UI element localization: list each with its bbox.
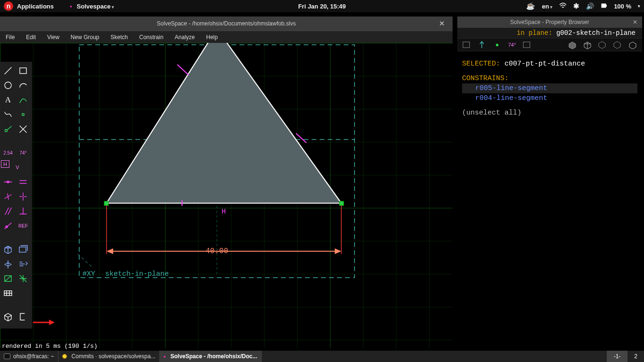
coffee-icon[interactable]: ☕: [526, 2, 535, 10]
wifi-icon[interactable]: [559, 2, 567, 10]
tool-arc[interactable]: [16, 78, 30, 92]
main-titlebar[interactable]: SolveSpace - /home/ohsix/Documents/ohmsl…: [0, 16, 453, 31]
clock[interactable]: Fri Jan 20, 15:49: [298, 3, 346, 10]
activities-icon[interactable]: n: [4, 1, 13, 11]
ptool-x2[interactable]: [612, 40, 623, 50]
menu-help[interactable]: Help: [206, 34, 218, 41]
view-center[interactable]: [16, 257, 30, 271]
prop-titlebar[interactable]: SolveSpace - Property Browser ✕: [457, 16, 642, 28]
battery-icon[interactable]: [601, 2, 607, 10]
volume-icon[interactable]: 🔊: [586, 2, 594, 10]
constr-coincident[interactable]: [1, 175, 15, 189]
constr-horizontal[interactable]: H: [1, 160, 9, 168]
tool-construction[interactable]: [1, 122, 15, 136]
svg-rect-63: [523, 42, 530, 48]
annotation-arrow: [32, 318, 55, 327]
menu-view[interactable]: View: [47, 34, 59, 41]
prop-plane-row: in plane: g002-sketch-in-plane: [457, 28, 642, 38]
active-app-menu[interactable]: Solvespace: [77, 3, 114, 10]
constr-parallel[interactable]: [1, 204, 15, 218]
constr-angle[interactable]: 74°: [16, 146, 30, 160]
task-solvespace[interactable]: ● SolveSpace - /home/ohsix/Doc...: [160, 351, 262, 362]
svg-line-68: [613, 41, 621, 49]
close-icon[interactable]: ✕: [439, 19, 445, 28]
tool-point[interactable]: [16, 107, 30, 122]
view-isometric[interactable]: [1, 242, 15, 256]
plane-name: sketch-in-plane: [105, 270, 169, 278]
prop-title-text: SolveSpace - Property Browser: [510, 19, 589, 25]
tool-lathe[interactable]: [16, 310, 30, 324]
tool-rect[interactable]: [16, 64, 30, 78]
in-plane-value: g002-sketch-in-plane: [556, 29, 636, 37]
menu-sketch[interactable]: Sketch: [111, 34, 128, 41]
applications-menu[interactable]: Applications: [17, 3, 54, 10]
svg-line-26: [8, 126, 11, 130]
ptool-1[interactable]: [461, 40, 472, 50]
main-title: SolveSpace - /home/ohsix/Documents/ohmsl…: [157, 20, 296, 27]
view-grid[interactable]: [1, 286, 15, 300]
view-workplane[interactable]: [16, 242, 30, 256]
view-ortho-y[interactable]: [16, 272, 30, 286]
constr-symmetric[interactable]: [16, 189, 30, 204]
constr-distance[interactable]: 2.54: [1, 146, 15, 160]
workspace-2[interactable]: 2: [627, 351, 644, 362]
menu-constrain[interactable]: Constrain: [139, 34, 163, 41]
system-menu-icon[interactable]: ▾: [638, 4, 640, 8]
svg-rect-24: [22, 114, 24, 115]
sketch-content: 40.00 H #XY sketch-in-plane: [0, 43, 453, 348]
constr-vertical[interactable]: V: [10, 160, 25, 174]
svg-line-34: [8, 194, 8, 199]
view-empty1: [16, 286, 30, 300]
svg-line-21: [5, 67, 11, 74]
tool-tangent-arc[interactable]: [16, 93, 30, 107]
tool-split[interactable]: [16, 122, 30, 136]
task-terminal[interactable]: ohsix@fracas: ~: [0, 351, 58, 362]
unselect-all[interactable]: (unselect all): [462, 108, 637, 118]
constr-ref[interactable]: REF: [16, 219, 30, 233]
horizontal-constraint-label: H: [222, 208, 226, 216]
menu-new-group[interactable]: New Group: [71, 34, 99, 41]
ptool-5[interactable]: [521, 40, 533, 50]
ptool-wire[interactable]: [582, 40, 593, 50]
constr-midpoint[interactable]: [1, 189, 15, 204]
ptool-points[interactable]: [491, 40, 503, 50]
menu-edit[interactable]: Edit: [26, 34, 36, 41]
menu-analyze[interactable]: Analyze: [175, 34, 195, 41]
tool-text[interactable]: A: [1, 93, 15, 107]
view-ortho-x[interactable]: [1, 272, 15, 286]
prop-body: SELECTED: c007-pt-pt-distance CONSTRAINS…: [457, 51, 642, 121]
task-browser[interactable]: Commits · solvespace/solvespa...: [58, 351, 160, 362]
workspace-1[interactable]: -1-: [607, 351, 627, 362]
menu-file[interactable]: File: [6, 34, 15, 41]
constr-equal-len[interactable]: [16, 175, 30, 189]
svg-rect-22: [20, 68, 26, 74]
ptool-hidden[interactable]: [627, 40, 638, 50]
svg-line-11: [177, 65, 189, 75]
svg-text:#XY
      sketch-in-plane: #XY sketch-in-plane: [83, 270, 169, 278]
constr-perpendicular[interactable]: [16, 204, 30, 218]
ptool-shaded[interactable]: [567, 40, 578, 50]
battery-text: 100 %: [614, 3, 631, 10]
constr-pt-on-line[interactable]: [1, 219, 15, 233]
browser-icon: [62, 354, 67, 359]
constraint-link-2[interactable]: r004-line-segment: [462, 93, 637, 103]
ptool-x1[interactable]: [597, 40, 608, 50]
close-icon[interactable]: ✕: [633, 19, 637, 25]
ptool-angle[interactable]: 74°: [506, 40, 518, 50]
svg-line-7: [78, 254, 93, 268]
tool-circle[interactable]: [1, 78, 15, 92]
view-nearest-iso[interactable]: [1, 257, 15, 271]
system-top-bar: n Applications ● Solvespace Fri Jan 20, …: [0, 0, 644, 12]
ptool-normals[interactable]: [476, 40, 487, 50]
language-indicator[interactable]: en: [542, 3, 553, 10]
svg-line-39: [8, 208, 11, 214]
tool-bezier[interactable]: [1, 107, 15, 122]
in-plane-label: in plane:: [517, 29, 553, 37]
tool-extrude[interactable]: [1, 310, 15, 324]
tool-toolbar: A 2.54 74° H V REF: [0, 62, 32, 329]
taskbar: ohsix@fracas: ~ Commits · solvespace/sol…: [0, 351, 644, 362]
bluetooth-icon[interactable]: ✱: [573, 2, 579, 10]
sketch-canvas[interactable]: 40.00 H #XY sketch-in-plane: [0, 43, 453, 348]
tool-line[interactable]: [1, 64, 15, 78]
constraint-link-1[interactable]: r005-line-segment: [462, 83, 637, 93]
